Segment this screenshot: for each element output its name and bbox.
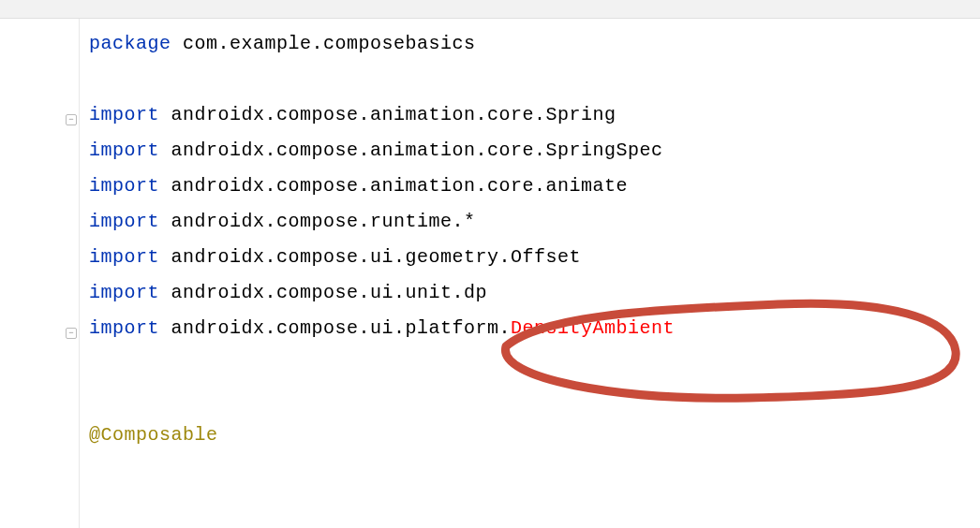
import-path: androidx.compose.animation.core.animate [159,175,628,197]
editor-container: package com.example.composebasics import… [0,19,980,528]
annotation-composable: @Composable [89,424,218,446]
keyword-import: import [89,139,159,161]
blank-line[interactable] [89,62,980,97]
import-path-prefix: androidx.compose.ui.platform. [159,317,511,339]
code-line-import-3[interactable]: import androidx.compose.animation.core.a… [89,169,980,204]
keyword-import: import [89,211,159,232]
code-line-import-6[interactable]: import androidx.compose.ui.unit.dp [89,275,980,311]
fold-marker-class[interactable] [66,328,77,339]
import-path: androidx.compose.ui.unit.dp [159,282,487,303]
code-line-import-1[interactable]: import androidx.compose.animation.core.S… [89,97,980,133]
import-path: androidx.compose.animation.core.SpringSp… [159,139,663,161]
blank-line[interactable] [89,346,980,382]
import-path: androidx.compose.ui.geometry.Offset [159,246,581,268]
editor-top-bar [0,0,980,19]
keyword-import: import [89,104,159,125]
package-name: com.example.composebasics [171,33,476,54]
code-line-import-2[interactable]: import androidx.compose.animation.core.S… [89,133,980,169]
fold-marker-imports[interactable] [66,114,77,125]
keyword-import: import [89,317,159,339]
gutter[interactable] [0,19,80,528]
code-area[interactable]: package com.example.composebasics import… [80,19,980,528]
keyword-import: import [89,246,159,268]
keyword-package: package [89,33,171,54]
import-path: androidx.compose.runtime.* [159,211,476,232]
code-line-import-7[interactable]: import androidx.compose.ui.platform.Dens… [89,311,980,346]
keyword-import: import [89,175,159,197]
code-line-annotation[interactable]: @Composable [89,418,980,453]
code-line-import-4[interactable]: import androidx.compose.runtime.* [89,204,980,240]
code-line-package[interactable]: package com.example.composebasics [89,26,980,62]
unresolved-reference: DensityAmbient [511,317,675,339]
import-path: androidx.compose.animation.core.Spring [159,104,616,125]
code-line-import-5[interactable]: import androidx.compose.ui.geometry.Offs… [89,240,980,275]
blank-line[interactable] [89,382,980,418]
keyword-import: import [89,282,159,303]
